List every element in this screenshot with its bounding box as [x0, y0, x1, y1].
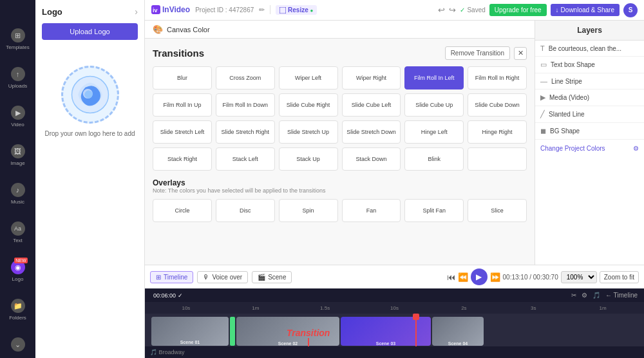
transition-blur[interactable]: Blur [153, 66, 212, 90]
logo-drop-area: Drop your own logo here to add [42, 66, 138, 137]
ruler-10s-2: 10s [360, 305, 430, 311]
layer-item-line[interactable]: — Line Stripe [535, 73, 644, 90]
sidebar-item-image[interactable]: 🖼 Image [0, 142, 35, 169]
uploads-icon: ↑ [11, 67, 25, 81]
overlay-disc[interactable]: Disc [216, 199, 275, 222]
transition-film-roll-in-up[interactable]: Film Roll In Up [153, 93, 212, 117]
transition-stack-left[interactable]: Stack Left [216, 147, 275, 171]
left-sidebar: ⊞ Templates ↑ Uploads ▶ Video 🖼 Image ♪ … [0, 0, 35, 358]
transition-slide-stretch-right[interactable]: Slide Stretch Right [216, 120, 275, 144]
settings-icon: ⚙ [633, 145, 639, 152]
transition-film-roll-in-down[interactable]: Film Roll In Down [216, 93, 275, 117]
scene03-block[interactable]: Scene 03 [341, 317, 431, 346]
change-project-colors[interactable]: Change Project Colors ⚙ [535, 140, 644, 157]
layer-item-bg[interactable]: ◼ BG Shape [535, 123, 644, 140]
overlay-circle[interactable]: Circle [153, 199, 212, 222]
svg-text:iv: iv [153, 7, 158, 14]
upload-logo-button[interactable]: Upload Logo [42, 23, 138, 40]
timeline-section: ⊞ Timeline 🎙 Voice over 🎬 Scene ⏮ ⏪ ▶ ⏩ … [145, 265, 644, 358]
time-display: 00:13:10 / 00:30:70 [503, 274, 558, 281]
ruler-1m: 1m [221, 305, 290, 311]
sidebar-more[interactable]: ⌄ [0, 335, 35, 354]
overlays-title: Overlays [153, 178, 527, 187]
scene04-block[interactable]: Scene 04 [432, 317, 484, 346]
timeline-header-bar: 00:06:00 ✓ ✂ ⚙ 🎵 ← Timeline [145, 288, 644, 302]
transition-slide-cube-right[interactable]: Slide Cube Right [279, 93, 338, 117]
layer-item-textbox[interactable]: ▭ Text box Shape [535, 57, 644, 73]
undo-icon[interactable]: ↩ [438, 5, 445, 15]
overlay-spin[interactable]: Spin [279, 199, 338, 222]
transition-stack-right[interactable]: Stack Right [153, 147, 212, 171]
scene01-block[interactable]: Scene 01 [151, 317, 229, 346]
scene02-block[interactable]: Scene 02 [236, 317, 339, 346]
zoom-select[interactable]: 100% 75% 50% 150% [561, 271, 597, 283]
layer-item-slanted[interactable]: ╱ Slanted Line [535, 106, 644, 123]
remove-transition-button[interactable]: Remove Transition [445, 46, 510, 60]
redo-icon[interactable]: ↪ [449, 5, 456, 15]
transition-wiper-right[interactable]: Wiper Right [342, 66, 401, 90]
transition-stack-up[interactable]: Stack Up [279, 147, 338, 171]
user-avatar[interactable]: S [623, 3, 638, 17]
settings-icon-btn[interactable]: ⚙ [580, 290, 589, 300]
layer-item-media[interactable]: ▶ Media (Video) [535, 90, 644, 106]
transition-slide-stretch-down[interactable]: Slide Stretch Down [342, 120, 401, 144]
scene-button[interactable]: 🎬 Scene [252, 271, 292, 283]
timeline-track: Scene 01 Scene 02 Scene 03 [145, 314, 644, 346]
step-back-button[interactable]: ⏪ [458, 272, 468, 282]
transitions-panel: 🎨 Canvas Color Transitions Remove Transi… [145, 21, 535, 265]
voiceover-button[interactable]: 🎙 Voice over [197, 271, 248, 283]
sidebar-item-video[interactable]: ▶ Video [0, 103, 35, 130]
playhead[interactable] [415, 314, 417, 346]
timeline-btn-icon: ⊞ [156, 274, 161, 281]
transition-film-roll-in-left[interactable]: Film Roll In Left [404, 66, 464, 90]
transition-cross-zoom[interactable]: Cross Zoom [216, 66, 275, 90]
transition-marker-1[interactable] [230, 317, 235, 346]
timeline-track-area: 00:06:00 ✓ ✂ ⚙ 🎵 ← Timeline 10s 1m 1.5s … [145, 288, 644, 346]
transitions-title: Transitions [153, 48, 204, 59]
overlay-fan[interactable]: Fan [342, 199, 401, 222]
skip-back-button[interactable]: ⏮ [447, 272, 455, 282]
close-transitions-button[interactable]: ✕ [514, 47, 527, 60]
layers-header: Layers [535, 21, 644, 41]
ruler-15s: 1.5s [290, 305, 360, 311]
resize-badge: Resize ● [276, 5, 317, 15]
music-icon: ♪ [11, 183, 25, 197]
zoom-fit-button[interactable]: Zoom to fit [600, 271, 639, 283]
edit-project-id-icon[interactable]: ✏ [259, 6, 265, 14]
sidebar-item-music[interactable]: ♪ Music [0, 180, 35, 207]
timeline-button[interactable]: ⊞ Timeline [150, 271, 193, 283]
transition-slide-cube-left[interactable]: Slide Cube Left [342, 93, 401, 117]
transition-film-roll-in-right[interactable]: Film Roll In Right [468, 66, 527, 90]
download-button[interactable]: ↓ Download & Share [551, 4, 620, 16]
sidebar-item-text[interactable]: Aa Text [0, 219, 35, 246]
logo-panel-collapse[interactable]: › [135, 6, 138, 17]
cut-icon-btn[interactable]: ✂ [570, 290, 578, 300]
sidebar-item-folders[interactable]: 📁 Folders [0, 296, 35, 323]
audio-icon-btn[interactable]: 🎵 [591, 290, 601, 300]
transition-slide-stretch-left[interactable]: Slide Stretch Left [153, 120, 212, 144]
transition-blink[interactable]: Blink [404, 147, 464, 171]
sidebar-item-logo[interactable]: ◉ NEW Logo [0, 258, 35, 285]
transition-wiper-left[interactable]: Wiper Left [279, 66, 338, 90]
overlay-split-fan[interactable]: Split Fan [404, 199, 464, 222]
transition-slide-cube-up[interactable]: Slide Cube Up [404, 93, 464, 117]
logo-preview [61, 66, 119, 124]
transition-stack-down[interactable]: Stack Down [342, 147, 401, 171]
transition-slide-stretch-up[interactable]: Slide Stretch Up [279, 120, 338, 144]
app-logo: iv InVideo [151, 5, 190, 14]
layer-item-text[interactable]: T Be courteous, clean the... [535, 41, 644, 57]
layer-media-label: Media (Video) [549, 94, 639, 101]
overlay-slice[interactable]: Slice [468, 199, 527, 222]
transition-slide-cube-down[interactable]: Slide Cube Down [468, 93, 527, 117]
sidebar-item-templates[interactable]: ⊞ Templates [0, 26, 35, 53]
text-layer-icon: T [540, 44, 545, 52]
transition-hinge-right[interactable]: Hinge Right [468, 120, 527, 144]
slanted-layer-icon: ╱ [540, 110, 545, 118]
mic-icon: 🎙 [203, 274, 209, 281]
step-forward-button[interactable]: ⏩ [490, 272, 500, 282]
sidebar-item-uploads[interactable]: ↑ Uploads [0, 64, 35, 91]
back-timeline-btn[interactable]: ← Timeline [604, 290, 639, 300]
upgrade-button[interactable]: Upgrade for free [489, 4, 547, 16]
play-button[interactable]: ▶ [471, 268, 488, 285]
transition-hinge-left[interactable]: Hinge Left [404, 120, 464, 144]
